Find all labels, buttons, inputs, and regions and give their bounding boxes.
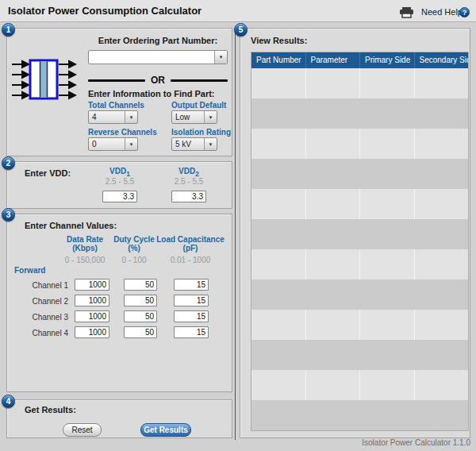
get-results-label: Get Results:: [25, 405, 76, 414]
results-table-header: Part Number Parameter Primary Side Secon…: [251, 52, 468, 68]
page-title: Isolator Power Consumption Calculator: [8, 0, 202, 21]
channel-3-load-capacitance-input[interactable]: [174, 310, 209, 322]
total-channels-select[interactable]: 4 ▼: [88, 110, 138, 124]
ordering-part-number-label: Enter Ordering Part Number:: [88, 36, 228, 45]
get-results-button[interactable]: Get Results: [140, 423, 191, 437]
channel-2-label: Channel 2: [7, 295, 68, 307]
results-table-row: [251, 279, 468, 310]
column-header-primary-side: Primary Side: [360, 52, 415, 68]
step-2-badge: 2: [2, 156, 15, 170]
results-table-cell: [360, 68, 415, 98]
results-table-cell: [306, 310, 361, 340]
output-default-value: Low: [172, 111, 204, 123]
vdd2-range: 2.5 - 5.5: [165, 177, 213, 186]
forward-label: Forward: [14, 266, 45, 275]
results-table-cell: [414, 340, 468, 370]
output-default-select[interactable]: Low ▼: [171, 110, 217, 124]
results-table-cell: [251, 159, 305, 189]
results-table-cell: [251, 189, 306, 219]
channel-2-load-capacitance-input[interactable]: [174, 295, 209, 306]
column-header-secondary-side: Secondary Side: [415, 52, 469, 68]
results-table-cell: [415, 310, 469, 340]
divider-line: [88, 79, 145, 82]
channel-1-data-rate-input[interactable]: [75, 279, 109, 291]
results-table-cell: [360, 98, 414, 129]
load-capacitance-range: 0.01 - 1000: [155, 256, 226, 264]
part-number-input[interactable]: [89, 51, 214, 64]
or-label: OR: [151, 75, 165, 86]
view-results-label: View Results:: [251, 36, 307, 45]
reverse-channels-select[interactable]: 0 ▼: [88, 137, 138, 151]
channel-4-duty-cycle-input[interactable]: [124, 326, 157, 338]
isolation-rating-select[interactable]: 5 kV ▼: [171, 137, 217, 151]
results-table-row: [251, 400, 468, 430]
channel-2-duty-cycle-input[interactable]: [124, 295, 157, 306]
results-table-row: [251, 310, 468, 340]
channel-1-duty-cycle-input[interactable]: [124, 279, 157, 291]
vdd2-label: VDD2: [165, 167, 213, 178]
chevron-down-icon[interactable]: ▼: [125, 138, 137, 150]
part-number-combobox[interactable]: ▼: [88, 50, 228, 64]
column-divider: [235, 28, 236, 440]
column-header-part-number: Part Number: [251, 52, 306, 68]
channel-3-duty-cycle-input[interactable]: [124, 310, 157, 322]
vdd1-range: 2.5 - 5.5: [96, 177, 144, 186]
load-capacitance-header: Load Capacitance(pF): [155, 235, 226, 252]
part-selection-panel: Enter Ordering Part Number: ▼ OR Enter I…: [6, 28, 232, 156]
vdd1-label: VDD1: [96, 167, 144, 178]
results-table-cell: [306, 370, 361, 400]
reverse-channels-value: 0: [89, 138, 125, 150]
results-table-cell: [251, 310, 306, 340]
results-table-cell: [360, 129, 415, 159]
column-header-parameter: Parameter: [306, 52, 361, 68]
isolation-rating-value: 5 kV: [172, 138, 204, 150]
channel-1-label: Channel 1: [7, 279, 68, 291]
isolator-chip-icon: [12, 59, 77, 103]
total-channels-value: 4: [89, 111, 125, 123]
vdd2-input[interactable]: [171, 191, 206, 202]
isolation-rating-label: Isolation Rating: [171, 128, 231, 137]
results-table-row: [251, 219, 468, 249]
channel-1-load-capacitance-input[interactable]: [174, 279, 209, 291]
results-table-cell: [360, 340, 414, 370]
results-table-cell: [251, 68, 306, 98]
results-table-cell: [305, 279, 359, 310]
results-table-row: [251, 370, 468, 400]
results-table-cell: [414, 159, 468, 189]
results-table-cell: [415, 370, 469, 400]
results-table-cell: [360, 279, 414, 310]
results-table-cell: [306, 189, 361, 219]
results-table-row: [251, 129, 468, 159]
channel-3-data-rate-input[interactable]: [75, 310, 109, 322]
enter-channel-values-label: Enter Channel Values:: [25, 221, 117, 230]
results-table-cell: [251, 340, 305, 370]
total-channels-label: Total Channels: [88, 101, 144, 110]
chevron-down-icon[interactable]: ▼: [125, 111, 137, 123]
reset-button[interactable]: Reset: [63, 423, 102, 437]
print-icon[interactable]: [399, 7, 414, 21]
channel-2-data-rate-input[interactable]: [75, 295, 109, 306]
results-table-cell: [251, 249, 306, 279]
results-table-cell: [305, 159, 359, 189]
results-table-row: [251, 249, 468, 279]
step-3-badge: 3: [2, 208, 15, 222]
results-table-cell: [306, 68, 361, 98]
find-part-label: Enter Information to Find Part:: [88, 89, 215, 98]
results-table-cell: [305, 219, 359, 249]
results-table-cell: [414, 279, 468, 310]
chevron-down-icon[interactable]: ▼: [214, 51, 227, 64]
results-table-cell: [360, 370, 415, 400]
results-table-cell: [305, 400, 359, 430]
chevron-down-icon[interactable]: ▼: [204, 111, 217, 123]
get-results-panel: Get Results: Reset Get Results: [6, 399, 232, 438]
channel-4-load-capacitance-input[interactable]: [174, 326, 209, 338]
results-table-cell: [306, 129, 361, 159]
help-icon[interactable]: ?: [459, 7, 470, 17]
results-table-row: [251, 98, 468, 129]
results-table-cell: [360, 400, 414, 430]
results-table-cell: [305, 98, 359, 129]
vdd1-input[interactable]: [102, 191, 137, 202]
duty-cycle-range: 0 - 100: [106, 256, 162, 264]
chevron-down-icon[interactable]: ▼: [204, 138, 217, 150]
channel-4-data-rate-input[interactable]: [75, 326, 109, 338]
